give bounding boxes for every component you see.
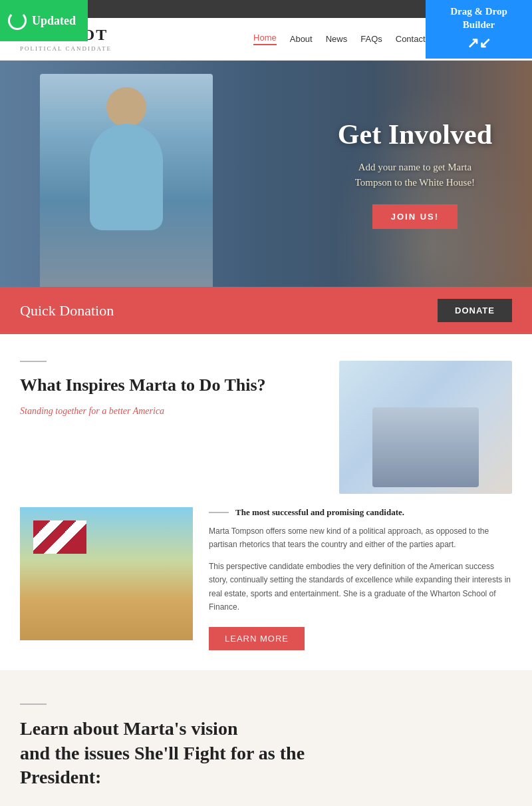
about-section: What Inspires Marta to Do This? Standing… xyxy=(0,334,532,670)
hero-person-image xyxy=(40,74,213,287)
hero-subtitle: Add your name to get Marta Tompson to th… xyxy=(338,160,492,190)
dnd-line1: Drag & Drop xyxy=(450,6,507,17)
updated-badge: Updated xyxy=(0,0,88,41)
dnd-arrow-icon: ↗↙ xyxy=(435,34,523,53)
about-para-1: Marta Tompson offers some new kind of a … xyxy=(209,524,512,552)
about-content-grid: What Inspires Marta to Do This? Standing… xyxy=(20,361,512,494)
dnd-badge: Drag & Drop Builder ↗↙ xyxy=(426,0,532,59)
logo-subtitle: POLITICAL CANDIDATE xyxy=(20,45,112,52)
dnd-line2: Builder xyxy=(463,19,495,30)
flag-photo xyxy=(20,507,193,640)
hero-title: Get Involved xyxy=(338,118,492,150)
about-para-2: This perspective candidate embodies the … xyxy=(209,560,512,614)
vision-rule xyxy=(20,704,47,705)
about-text-block: The most successful and promising candid… xyxy=(209,507,512,650)
about-bold-line: The most successful and promising candid… xyxy=(209,507,512,518)
about-detail-grid: The most successful and promising candid… xyxy=(20,507,512,650)
team-photo xyxy=(339,361,512,494)
nav-home[interactable]: Home xyxy=(253,33,277,45)
hero-cta-button[interactable]: JOIN US! xyxy=(372,204,458,229)
about-tagline: Standing together for a better America xyxy=(20,406,319,417)
hero-content: Get Involved Add your name to get Marta … xyxy=(338,118,492,229)
about-right xyxy=(339,361,512,494)
donation-bar: Quick Donation DONATE xyxy=(0,287,532,334)
nav-news[interactable]: News xyxy=(326,34,348,44)
donation-title: Quick Donation xyxy=(20,302,114,319)
section-rule xyxy=(20,361,47,362)
updated-label: Updated xyxy=(32,14,76,28)
donation-button[interactable]: DONATE xyxy=(438,299,512,322)
about-heading: What Inspires Marta to Do This? xyxy=(20,374,319,397)
nav-faqs[interactable]: FAQs xyxy=(360,34,382,44)
about-left: What Inspires Marta to Do This? Standing… xyxy=(20,361,319,430)
refresh-icon xyxy=(8,11,27,30)
vision-heading: Learn about Marta's vision and the issue… xyxy=(20,717,352,789)
hero-section: Get Involved Add your name to get Marta … xyxy=(0,61,532,287)
learn-more-button[interactable]: LEARN MORE xyxy=(209,627,305,650)
nav-contacts[interactable]: Contacts xyxy=(396,34,430,44)
vision-section: Learn about Marta's vision and the issue… xyxy=(0,670,532,806)
nav-about[interactable]: About xyxy=(290,34,313,44)
